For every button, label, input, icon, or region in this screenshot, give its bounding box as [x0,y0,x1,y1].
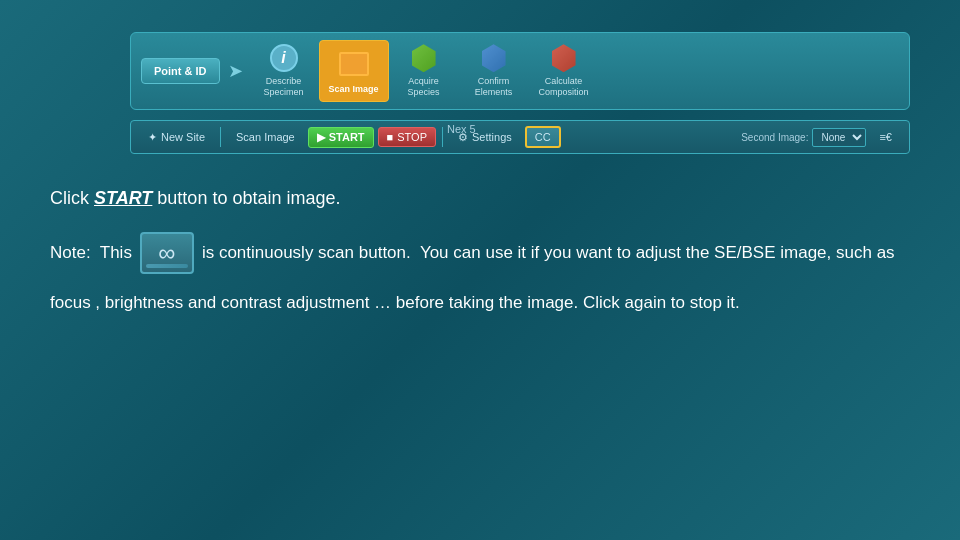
new-site-icon: ✦ [148,131,157,144]
nex5-label: Nex 5 [447,123,476,135]
stop-button[interactable]: ■ STOP [378,127,436,147]
workflow-panel: Point & ID ➤ i DescribeSpecimen Scan Ima… [130,32,910,110]
step-confirm[interactable]: ConfirmElements [459,40,529,102]
infinity-icon: ∞ [158,241,175,265]
second-image-label: Second Image: [741,132,808,143]
cc-button[interactable]: CC [525,126,561,148]
new-site-label: New Site [161,131,205,143]
step-calculate[interactable]: CalculateComposition [529,40,599,102]
button-underline [146,264,188,268]
step-calculate-label: CalculateComposition [539,76,589,98]
extra-button[interactable]: ≡€ [870,127,901,147]
step-describe[interactable]: i DescribeSpecimen [249,40,319,102]
extra-icon: ≡€ [879,131,892,143]
start-button[interactable]: ▶ START [308,127,374,148]
cc-label: CC [535,131,551,143]
separator-1 [220,127,221,147]
scan-image-label: Scan Image [236,131,295,143]
step-describe-label: DescribeSpecimen [264,76,304,98]
step-acquire[interactable]: AcquireSpecies [389,40,459,102]
acquire-icon [408,44,440,72]
second-image-group: Second Image: None SE BSE ≡€ [741,127,901,147]
describe-icon: i [268,44,300,72]
instruction-line: Click START button to obtain image. [50,185,910,212]
point-id-box[interactable]: Point & ID [141,58,220,84]
main-content: Point & ID ➤ i DescribeSpecimen Scan Ima… [0,0,960,540]
calculate-icon [548,44,580,72]
start-label: START [329,131,365,143]
start-word: START [94,188,152,208]
toolbar: ✦ New Site Scan Image ▶ START ■ STOP ⚙ S… [130,120,910,154]
settings-label: Settings [472,131,512,143]
note-prefix: Note: This [50,240,132,266]
stop-label: STOP [397,131,427,143]
continuous-scan-button-image: ∞ [140,232,194,274]
scan-icon [338,48,370,80]
scan-image-button[interactable]: Scan Image [227,127,304,147]
separator-2 [442,127,443,147]
focus-line: focus , brightness and contrast adjustme… [50,290,910,316]
start-icon: ▶ [317,131,325,144]
new-site-button[interactable]: ✦ New Site [139,127,214,148]
note-suffix: is continuously scan button. You can use… [202,240,895,266]
note-line: Note: This ∞ is continuously scan button… [50,232,910,274]
step-confirm-label: ConfirmElements [475,76,513,98]
step-scan-label: Scan Image [329,84,379,95]
step-scan-image[interactable]: Scan Image [319,40,389,102]
point-id-label: Point & ID [154,65,207,77]
arrow-icon: ➤ [228,60,243,82]
stop-icon: ■ [387,131,394,143]
text-content: Click START button to obtain image. Note… [50,185,910,316]
second-image-select[interactable]: None SE BSE [812,128,866,147]
step-acquire-label: AcquireSpecies [408,76,440,98]
confirm-icon [478,44,510,72]
